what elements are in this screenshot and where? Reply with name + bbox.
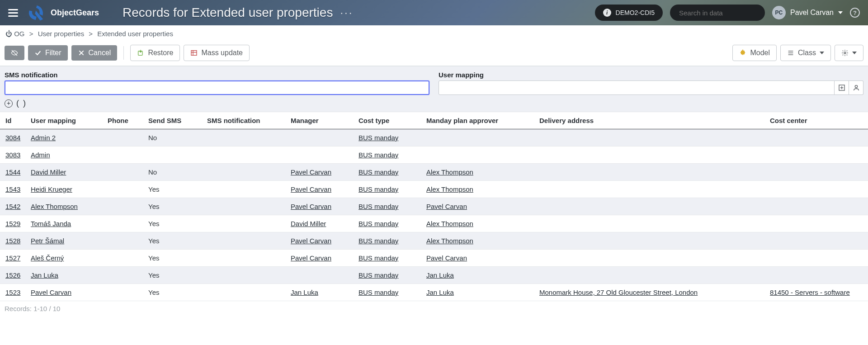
table-row: 1544David MillerNoPavel CarvanBUS manday… xyxy=(0,164,868,181)
cell-manday_approver xyxy=(423,147,536,164)
cell-manday_approver: Alex Thompson xyxy=(423,181,536,198)
link-user_mapping[interactable]: Pavel Carvan xyxy=(31,288,71,296)
link-id[interactable]: 1542 xyxy=(5,203,20,210)
sms-filter-input[interactable] xyxy=(5,80,429,95)
table-row: 1526Jan LukaYesBUS mandayJan Luka xyxy=(0,267,868,284)
link-cost_type[interactable]: BUS manday xyxy=(359,185,398,193)
user-menu[interactable]: PC Pavel Carvan xyxy=(772,6,843,19)
link-id[interactable]: 1528 xyxy=(5,237,20,245)
link-cost_type[interactable]: BUS manday xyxy=(359,271,398,279)
col-manager[interactable]: Manager xyxy=(287,112,355,129)
cell-id: 1544 xyxy=(0,164,27,181)
settings-dropdown[interactable] xyxy=(835,45,863,61)
link-id[interactable]: 1544 xyxy=(5,168,20,176)
link-user_mapping[interactable]: Petr Šámal xyxy=(31,237,64,245)
mass-update-button[interactable]: Mass update xyxy=(184,45,250,61)
puzzle-icon xyxy=(739,49,746,57)
usermapping-filter-input[interactable] xyxy=(439,80,835,95)
usermapping-select-user-button[interactable] xyxy=(849,80,863,95)
filter-button[interactable]: Filter xyxy=(28,45,68,61)
link-cost_type[interactable]: BUS manday xyxy=(359,254,398,262)
link-id[interactable]: 1523 xyxy=(5,288,20,296)
link-manday_approver[interactable]: Alex Thompson xyxy=(426,237,473,245)
cell-manager xyxy=(287,129,355,147)
cell-cost_center xyxy=(766,164,868,181)
col-manday-approver[interactable]: Manday plan approver xyxy=(423,112,536,129)
link-cost_type[interactable]: BUS manday xyxy=(359,288,398,296)
link-user_mapping[interactable]: Aleš Černý xyxy=(31,254,64,262)
cell-user_mapping: Jan Luka xyxy=(27,267,104,284)
cell-cost_type: BUS manday xyxy=(355,232,423,250)
search-pill[interactable] xyxy=(670,5,765,21)
link-user_mapping[interactable]: Jan Luka xyxy=(31,271,58,279)
col-user-mapping[interactable]: User mapping xyxy=(27,112,104,129)
link-manday_approver[interactable]: Jan Luka xyxy=(426,271,454,279)
link-id[interactable]: 1527 xyxy=(5,254,20,262)
link-manday_approver[interactable]: Alex Thompson xyxy=(426,168,473,176)
link-manager[interactable]: Pavel Carvan xyxy=(291,254,331,262)
link-id[interactable]: 1543 xyxy=(5,185,20,193)
col-sms-notification[interactable]: SMS notification xyxy=(203,112,287,129)
link-cost_type[interactable]: BUS manday xyxy=(359,203,398,210)
breadcrumb-level1[interactable]: User properties xyxy=(38,30,85,38)
link-manday_approver[interactable]: Jan Luka xyxy=(426,288,454,296)
search-input[interactable] xyxy=(678,9,766,17)
breadcrumb-level2[interactable]: Extended user properties xyxy=(97,30,173,38)
link-manager[interactable]: Pavel Carvan xyxy=(291,237,331,245)
link-user_mapping[interactable]: Admin 2 xyxy=(31,134,56,142)
usermapping-add-button[interactable] xyxy=(835,80,849,95)
user-icon xyxy=(853,84,860,91)
title-more-icon[interactable]: ··· xyxy=(340,6,353,19)
sms-filter-label: SMS notification xyxy=(5,71,429,79)
link-user_mapping[interactable]: Tomáš Janda xyxy=(31,220,71,227)
cell-cost_type: BUS manday xyxy=(355,164,423,181)
link-manager[interactable]: Pavel Carvan xyxy=(291,203,331,210)
link-manday_approver[interactable]: Alex Thompson xyxy=(426,220,473,227)
breadcrumb-root[interactable]: OG xyxy=(14,30,24,38)
link-manday_approver[interactable]: Pavel Carvan xyxy=(426,254,467,262)
link-manager[interactable]: Jan Luka xyxy=(291,288,318,296)
link-manager[interactable]: Pavel Carvan xyxy=(291,185,331,193)
cell-manager: Pavel Carvan xyxy=(287,232,355,250)
add-condition-icon[interactable] xyxy=(5,99,13,108)
power-icon[interactable]: ⏻ xyxy=(5,30,12,38)
link-user_mapping[interactable]: Admin xyxy=(31,151,50,159)
environment-pill[interactable]: i DEMO2-CDI5 xyxy=(595,5,663,21)
cancel-button[interactable]: Cancel xyxy=(71,45,118,61)
brand-block[interactable]: ObjectGears xyxy=(27,5,99,21)
link-cost_type[interactable]: BUS manday xyxy=(359,220,398,227)
link-user_mapping[interactable]: Alex Thompson xyxy=(31,203,78,210)
model-button[interactable]: Model xyxy=(732,45,777,61)
link-id[interactable]: 3084 xyxy=(5,134,20,142)
link-user_mapping[interactable]: Heidi Krueger xyxy=(31,185,72,193)
help-icon[interactable]: ? xyxy=(850,8,860,18)
link-delivery_address[interactable]: Monomark House, 27 Old Gloucester Street… xyxy=(539,288,698,296)
link-manager[interactable]: David Miller xyxy=(291,220,326,227)
col-phone[interactable]: Phone xyxy=(104,112,145,129)
class-dropdown[interactable]: Class xyxy=(780,45,831,61)
link-cost_type[interactable]: BUS manday xyxy=(359,237,398,245)
col-send-sms[interactable]: Send SMS xyxy=(145,112,203,129)
col-cost-type[interactable]: Cost type xyxy=(355,112,423,129)
link-cost_type[interactable]: BUS manday xyxy=(359,151,398,159)
link-cost_type[interactable]: BUS manday xyxy=(359,168,398,176)
col-cost-center[interactable]: Cost center xyxy=(766,112,868,129)
link-manday_approver[interactable]: Alex Thompson xyxy=(426,185,473,193)
link-cost_type[interactable]: BUS manday xyxy=(359,134,398,142)
restore-button[interactable]: Restore xyxy=(130,45,180,61)
col-id[interactable]: Id xyxy=(0,112,27,129)
eye-off-icon xyxy=(11,49,18,57)
link-cost_center[interactable]: 81450 - Servers - software xyxy=(770,288,850,296)
link-id[interactable]: 3083 xyxy=(5,151,20,159)
col-delivery-address[interactable]: Delivery address xyxy=(536,112,766,129)
link-id[interactable]: 1529 xyxy=(5,220,20,227)
link-manager[interactable]: Pavel Carvan xyxy=(291,168,331,176)
cell-sms_notification xyxy=(203,181,287,198)
hamburger-menu[interactable] xyxy=(8,9,18,17)
link-id[interactable]: 1526 xyxy=(5,271,20,279)
link-user_mapping[interactable]: David Miller xyxy=(31,168,66,176)
cell-delivery_address xyxy=(536,164,766,181)
cell-manday_approver: Alex Thompson xyxy=(423,232,536,250)
hide-columns-button[interactable] xyxy=(5,46,24,60)
link-manday_approver[interactable]: Pavel Carvan xyxy=(426,203,467,210)
